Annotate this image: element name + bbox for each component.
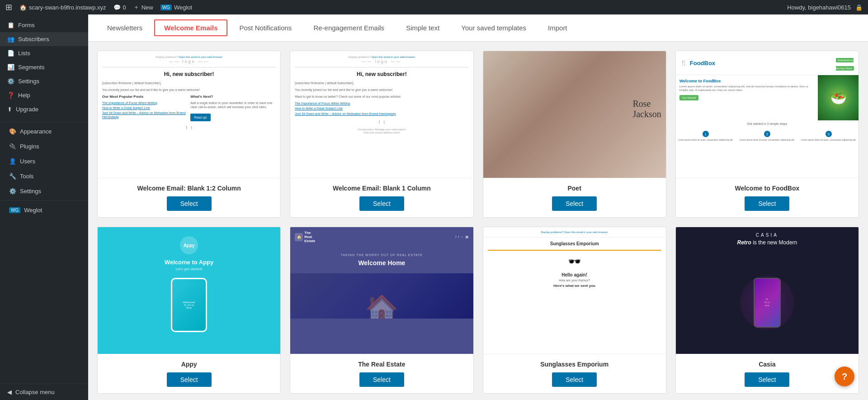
appy-device-mockup: Welcome!hi, it's urfone xyxy=(171,278,207,332)
tab-welcome-emails[interactable]: Welcome Emails xyxy=(154,19,227,36)
users-icon: 👤 xyxy=(9,158,16,165)
weglot-link[interactable]: WG Weglot xyxy=(160,4,192,11)
fork-icon: 🍴 xyxy=(680,60,687,66)
sidebar-item-users[interactable]: 👤 Users xyxy=(0,154,88,169)
select-button-foodbox[interactable]: Select xyxy=(745,196,789,211)
select-button-appy[interactable]: Select xyxy=(167,372,212,387)
template-footer-foodbox: Welcome to FoodBox Select xyxy=(676,178,859,217)
sidebar-item-forms[interactable]: 📋 Forms xyxy=(0,18,88,32)
template-name-casia: Casia xyxy=(759,361,775,368)
sidebar-item-appearance[interactable]: 🎨 Appearance xyxy=(0,124,88,139)
appy-welcome-text: Welcome to Appy xyxy=(165,259,213,266)
help-icon: ❓ xyxy=(7,92,14,99)
home-icon: 🏠 xyxy=(19,4,27,11)
template-preview-sunglasses: Display problems? Open this email in you… xyxy=(483,227,666,354)
template-card-foodbox: 🍴 FoodBox Download onthe App Store Welco… xyxy=(675,51,859,218)
template-grid: Display problems? Open this email in you… xyxy=(88,42,868,400)
site-url[interactable]: 🏠 scary-swan-b9fro.instawp.xyz xyxy=(19,4,106,11)
template-footer-blank1: Welcome Email: Blank 1 Column Select xyxy=(290,178,473,217)
plus-icon: ＋ xyxy=(133,3,139,11)
appearance-icon: 🎨 xyxy=(9,128,16,135)
sidebar-item-segments[interactable]: 📊 Segments xyxy=(0,60,88,74)
comments-link[interactable]: 💬 0 xyxy=(113,4,126,11)
template-name-appy: Appy xyxy=(181,361,197,368)
upgrade-icon: ⬆ xyxy=(7,106,12,113)
template-footer-blank12: Welcome Email: Blank 1:2 Column Select xyxy=(98,178,280,217)
template-card-realestate: 🏠 TheRealEstate f t ○ ▣ Taking the xyxy=(290,227,473,394)
template-footer-poet: Poet Select xyxy=(483,178,666,217)
template-preview-realestate: 🏠 TheRealEstate f t ○ ▣ Taking the xyxy=(290,227,473,354)
weglot-sidebar-icon: WG xyxy=(9,207,20,213)
template-card-blank1: Display problems? Open this email in you… xyxy=(290,51,473,218)
select-button-realestate[interactable]: Select xyxy=(359,372,404,387)
wp-settings-icon: ⚙️ xyxy=(9,188,16,195)
tab-navigation: Newsletters Welcome Emails Post Notifica… xyxy=(88,14,868,42)
select-button-blank1[interactable]: Select xyxy=(359,196,404,211)
template-name-realestate: The Real Estate xyxy=(358,361,405,368)
template-name-sunglasses: Sunglasses Emporium xyxy=(540,361,609,368)
sidebar-item-settings[interactable]: ⚙️ Settings xyxy=(0,74,88,88)
tab-saved-templates[interactable]: Your saved templates xyxy=(451,19,536,36)
select-button-blank12[interactable]: Select xyxy=(167,196,212,211)
sidebar-item-subscribers[interactable]: 👥 Subscribers xyxy=(0,32,88,46)
select-button-casia[interactable]: Select xyxy=(745,372,789,387)
tab-newsletters[interactable]: Newsletters xyxy=(97,19,152,36)
template-preview-foodbox: 🍴 FoodBox Download onthe App Store Welco… xyxy=(676,51,859,178)
template-footer-sunglasses: Sunglasses Emporium Select xyxy=(483,354,666,393)
lock-icon: 🔒 xyxy=(855,4,863,11)
tab-simple-text[interactable]: Simple text xyxy=(396,19,449,36)
collapse-icon: ◀ xyxy=(7,389,12,395)
plugins-icon: 🔌 xyxy=(9,143,16,150)
wp-logo-icon[interactable]: ⊞ xyxy=(5,2,12,12)
settings-icon: ⚙️ xyxy=(7,78,14,85)
appy-logo: Appy xyxy=(180,236,198,254)
segments-icon: 📊 xyxy=(7,64,14,71)
template-name-foodbox: Welcome to FoodBox xyxy=(735,185,799,192)
tab-import[interactable]: Import xyxy=(538,19,577,36)
template-preview-blank1: Display problems? Open this email in you… xyxy=(290,51,473,178)
new-link[interactable]: ＋ New xyxy=(133,3,153,11)
help-bubble-button[interactable]: ? xyxy=(835,367,854,386)
user-greeting: Howdy, bigehahawi0615 xyxy=(787,4,851,11)
lists-icon: 📄 xyxy=(7,50,14,57)
sidebar-item-lists[interactable]: 📄 Lists xyxy=(0,46,88,60)
sidebar-item-plugins[interactable]: 🔌 Plugins xyxy=(0,139,88,154)
template-name-blank12: Welcome Email: Blank 1:2 Column xyxy=(137,185,241,192)
plugin-menu: 📋 Forms 👥 Subscribers 📄 Lists 📊 Segments… xyxy=(0,14,88,120)
template-footer-casia: Casia Select xyxy=(676,354,859,393)
template-card-poet: View email in browser » RoseJackson Than… xyxy=(483,51,666,218)
template-name-blank1: Welcome Email: Blank 1 Column xyxy=(333,185,431,192)
weglot-icon: WG xyxy=(160,5,172,10)
template-card-blank12: Display problems? Open this email in you… xyxy=(97,51,281,218)
sidebar-item-wp-settings[interactable]: ⚙️ Settings xyxy=(0,184,88,199)
template-preview-poet: View email in browser » RoseJackson Than… xyxy=(483,51,666,178)
sidebar-item-weglot[interactable]: WG Weglot xyxy=(0,203,88,218)
select-button-sunglasses[interactable]: Select xyxy=(552,372,597,387)
admin-bar: ⊞ 🏠 scary-swan-b9fro.instawp.xyz 💬 0 ＋ N… xyxy=(0,0,868,14)
tools-icon: 🔧 xyxy=(9,173,16,180)
sidebar-item-help[interactable]: ❓ Help xyxy=(0,88,88,102)
tab-post-notifications[interactable]: Post Notifications xyxy=(229,19,302,36)
template-card-appy: Appy Welcome to Appy Let's get started! … xyxy=(97,227,281,394)
forms-icon: 📋 xyxy=(7,22,14,29)
sidebar-item-tools[interactable]: 🔧 Tools xyxy=(0,169,88,184)
template-footer-realestate: The Real Estate Select xyxy=(290,354,473,393)
comments-icon: 💬 xyxy=(113,4,121,11)
template-preview-blank12: Display problems? Open this email in you… xyxy=(98,51,280,178)
template-preview-casia: CASIA Retro is the new Modern hi,it's ur… xyxy=(676,227,859,354)
sidebar: 📋 Forms 👥 Subscribers 📄 Lists 📊 Segments… xyxy=(0,14,88,400)
sidebar-item-upgrade[interactable]: ⬆ Upgrade xyxy=(0,102,88,116)
template-footer-appy: Appy Select xyxy=(98,354,280,393)
select-button-poet[interactable]: Select xyxy=(552,196,597,211)
template-preview-appy: Appy Welcome to Appy Let's get started! … xyxy=(98,227,280,354)
subscribers-icon: 👥 xyxy=(7,36,14,43)
tab-re-engagement[interactable]: Re-engagement Emails xyxy=(303,19,394,36)
template-card-casia: CASIA Retro is the new Modern hi,it's ur… xyxy=(675,227,859,394)
main-content: Newsletters Welcome Emails Post Notifica… xyxy=(88,14,868,400)
template-name-poet: Poet xyxy=(567,185,581,192)
appy-subtext: Let's get started! xyxy=(176,267,203,271)
template-card-sunglasses: Display problems? Open this email in you… xyxy=(483,227,666,394)
collapse-menu-button[interactable]: ◀ Collapse menu xyxy=(0,384,88,400)
